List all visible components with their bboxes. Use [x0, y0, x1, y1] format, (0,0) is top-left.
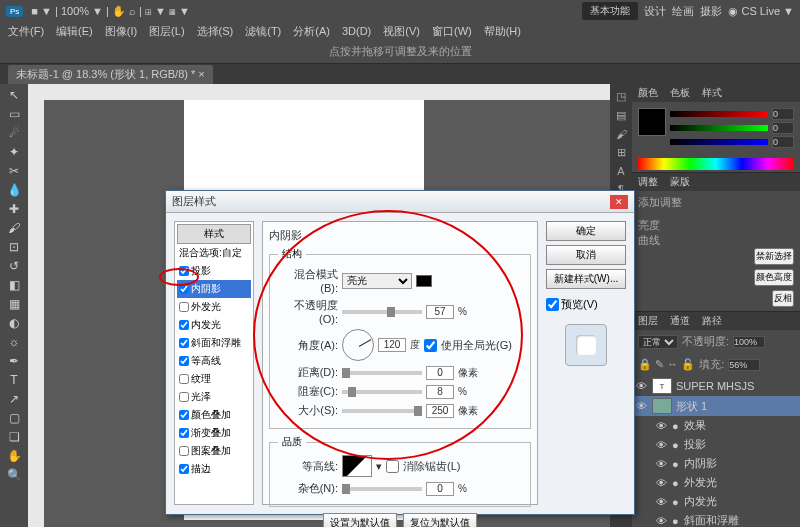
style-checkbox[interactable] — [179, 464, 189, 474]
blend-mode-select[interactable]: 正常 — [638, 335, 678, 349]
style-item-光泽[interactable]: 光泽 — [177, 388, 251, 406]
noise-slider[interactable] — [342, 487, 422, 491]
history-icon[interactable]: ◳ — [616, 90, 626, 103]
global-light-checkbox[interactable] — [424, 339, 437, 352]
style-item-内发光[interactable]: 内发光 — [177, 316, 251, 334]
menu-layer[interactable]: 图层(L) — [149, 24, 184, 39]
contour-dropdown-icon[interactable]: ▾ — [376, 460, 382, 473]
r-slider[interactable] — [670, 111, 768, 117]
new-style-button[interactable]: 新建样式(W)... — [546, 269, 626, 289]
style-checkbox[interactable] — [179, 356, 189, 366]
gradient-tool[interactable]: ▦ — [3, 295, 25, 313]
style-item-斜面和浮雕[interactable]: 斜面和浮雕 — [177, 334, 251, 352]
crop-tool[interactable]: ✂ — [3, 162, 25, 180]
adjust-curves[interactable]: 曲线 — [638, 233, 794, 248]
document-tab[interactable]: 未标题-1 @ 18.3% (形状 1, RGB/8) * × — [8, 65, 213, 84]
menu-select[interactable]: 选择(S) — [197, 24, 234, 39]
actions-icon[interactable]: ▤ — [616, 109, 626, 122]
eraser-tool[interactable]: ◧ — [3, 276, 25, 294]
layer-row[interactable]: 👁●斜面和浮雕 — [632, 511, 800, 527]
menu-analysis[interactable]: 分析(A) — [293, 24, 330, 39]
menu-help[interactable]: 帮助(H) — [484, 24, 521, 39]
workspace-design[interactable]: 设计 — [644, 4, 666, 19]
marquee-tool[interactable]: ▭ — [3, 105, 25, 123]
channels-tab[interactable]: 通道 — [664, 312, 696, 330]
lock-icons[interactable]: 🔒 ✎ ↔ 🔓 — [638, 358, 695, 371]
style-checkbox[interactable] — [179, 374, 189, 384]
style-checkbox[interactable] — [179, 428, 189, 438]
paths-tab[interactable]: 路径 — [696, 312, 728, 330]
style-item-内阴影[interactable]: 内阴影 — [177, 280, 251, 298]
preview-checkbox[interactable] — [546, 298, 559, 311]
menu-window[interactable]: 窗口(W) — [432, 24, 472, 39]
style-item-描边[interactable]: 描边 — [177, 460, 251, 478]
opacity-input[interactable] — [733, 336, 765, 348]
adjust-tab[interactable]: 调整 — [632, 173, 664, 191]
style-checkbox[interactable] — [179, 284, 189, 294]
mask-tab[interactable]: 蒙版 — [664, 173, 696, 191]
menu-view[interactable]: 视图(V) — [383, 24, 420, 39]
opacity-slider[interactable] — [342, 310, 422, 314]
cancel-button[interactable]: 取消 — [546, 245, 626, 265]
visibility-icon[interactable]: 👁 — [656, 439, 668, 451]
style-checkbox[interactable] — [179, 266, 189, 276]
dialog-titlebar[interactable]: 图层样式 ✕ — [166, 191, 634, 213]
style-checkbox[interactable] — [179, 302, 189, 312]
hand-tool[interactable]: ✋ — [3, 447, 25, 465]
style-checkbox[interactable] — [179, 410, 189, 420]
color-spectrum[interactable] — [638, 158, 794, 170]
g-value[interactable] — [772, 122, 794, 134]
style-checkbox[interactable] — [179, 320, 189, 330]
pen-tool[interactable]: ✒ — [3, 352, 25, 370]
angle-dial[interactable] — [342, 329, 374, 361]
menu-file[interactable]: 文件(F) — [8, 24, 44, 39]
history-brush-tool[interactable]: ↺ — [3, 257, 25, 275]
style-item-图案叠加[interactable]: 图案叠加 — [177, 442, 251, 460]
visibility-icon[interactable]: 👁 — [656, 515, 668, 527]
distance-value[interactable]: 0 — [426, 366, 454, 380]
make-default-button[interactable]: 设置为默认值 — [323, 513, 397, 527]
layer-row[interactable]: 👁●投影 — [632, 435, 800, 454]
style-checkbox[interactable] — [179, 392, 189, 402]
char-icon[interactable]: A — [617, 165, 624, 177]
menu-filter[interactable]: 滤镜(T) — [245, 24, 281, 39]
visibility-icon[interactable]: 👁 — [656, 477, 668, 489]
menu-3d[interactable]: 3D(D) — [342, 25, 371, 37]
style-item-颜色叠加[interactable]: 颜色叠加 — [177, 406, 251, 424]
workspace-draw[interactable]: 绘画 — [672, 4, 694, 19]
heal-tool[interactable]: ✚ — [3, 200, 25, 218]
visibility-icon[interactable]: 👁 — [656, 458, 668, 470]
styles-tab[interactable]: 样式 — [696, 84, 728, 102]
blend-mode-dropdown[interactable]: 亮光 — [342, 273, 412, 289]
adjust-disable[interactable]: 禁新选择 — [754, 248, 794, 265]
style-item-投影[interactable]: 投影 — [177, 262, 251, 280]
choke-value[interactable]: 8 — [426, 385, 454, 399]
angle-value[interactable]: 120 — [378, 338, 406, 352]
style-item-渐变叠加[interactable]: 渐变叠加 — [177, 424, 251, 442]
style-item-等高线[interactable]: 等高线 — [177, 352, 251, 370]
visibility-icon[interactable]: 👁 — [636, 380, 648, 392]
eyedropper-tool[interactable]: 💧 — [3, 181, 25, 199]
visibility-icon[interactable]: 👁 — [656, 496, 668, 508]
layer-row[interactable]: 👁●内发光 — [632, 492, 800, 511]
layer-row[interactable]: 👁●内阴影 — [632, 454, 800, 473]
b-slider[interactable] — [670, 139, 768, 145]
close-icon[interactable]: ✕ — [610, 195, 628, 209]
shape-tool[interactable]: ▢ — [3, 409, 25, 427]
blend-options-item[interactable]: 混合选项:自定 — [177, 244, 251, 262]
3d-tool[interactable]: ❏ — [3, 428, 25, 446]
ok-button[interactable]: 确定 — [546, 221, 626, 241]
zoom-tool[interactable]: 🔍 — [3, 466, 25, 484]
r-value[interactable] — [772, 108, 794, 120]
fill-input[interactable] — [728, 359, 760, 371]
workspace-photo[interactable]: 摄影 — [700, 4, 722, 19]
noise-value[interactable]: 0 — [426, 482, 454, 496]
visibility-icon[interactable]: 👁 — [636, 400, 648, 412]
opacity-value[interactable]: 57 — [426, 305, 454, 319]
move-tool[interactable]: ↖ — [3, 86, 25, 104]
style-checkbox[interactable] — [179, 446, 189, 456]
layer-row[interactable]: 👁●效果 — [632, 416, 800, 435]
choke-slider[interactable] — [342, 390, 422, 394]
dodge-tool[interactable]: ☼ — [3, 333, 25, 351]
style-item-纹理[interactable]: 纹理 — [177, 370, 251, 388]
